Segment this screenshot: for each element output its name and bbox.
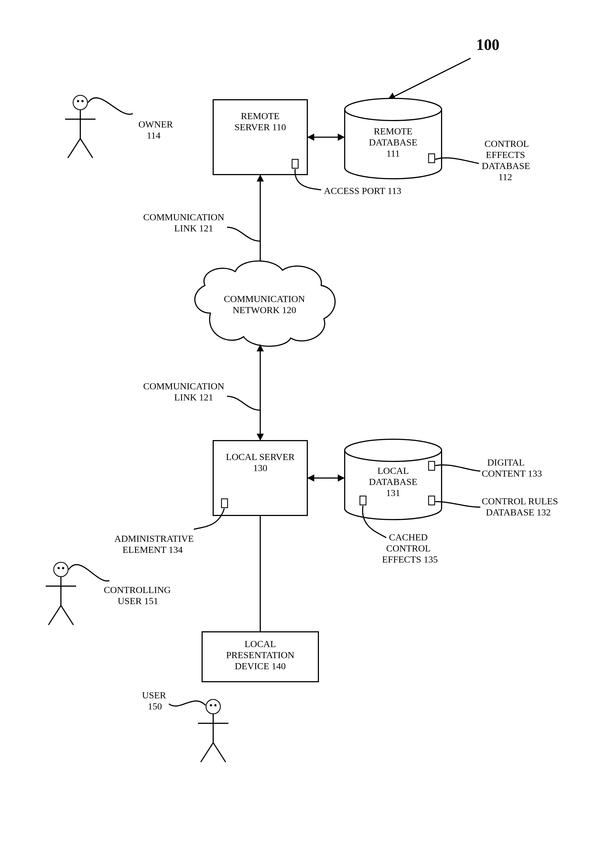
svg-text:LINK 121: LINK 121 xyxy=(174,392,213,402)
svg-point-79 xyxy=(206,699,220,714)
svg-line-72 xyxy=(61,606,73,625)
comm-link-lower-label: COMMUNICATION LINK 121 xyxy=(143,381,260,410)
control-effects-db-marker xyxy=(428,154,435,163)
digital-content-label: DIGITAL CONTENT 133 xyxy=(435,457,542,478)
local-database: LOCAL DATABASE 131 xyxy=(345,439,441,519)
digital-content-marker xyxy=(428,461,435,470)
svg-point-81 xyxy=(214,704,217,706)
svg-text:DATABASE: DATABASE xyxy=(369,477,418,487)
svg-text:CONTROLLING: CONTROLLING xyxy=(104,585,171,595)
svg-line-71 xyxy=(48,606,61,625)
svg-text:EFFECTS 135: EFFECTS 135 xyxy=(382,554,438,565)
svg-text:ELEMENT 134: ELEMENT 134 xyxy=(122,544,183,555)
svg-line-84 xyxy=(201,743,213,762)
svg-text:114: 114 xyxy=(147,130,161,140)
svg-text:130: 130 xyxy=(253,463,267,473)
svg-text:ACCESS PORT 113: ACCESS PORT 113 xyxy=(324,186,402,196)
svg-text:LOCAL: LOCAL xyxy=(245,639,276,649)
svg-text:DATABASE 132: DATABASE 132 xyxy=(486,507,551,517)
comm-link-upper-label: COMMUNICATION LINK 121 xyxy=(143,212,260,241)
svg-point-50 xyxy=(345,439,441,461)
svg-text:COMMUNICATION: COMMUNICATION xyxy=(143,212,224,222)
svg-marker-15 xyxy=(307,134,314,141)
svg-text:CONTENT 133: CONTENT 133 xyxy=(482,468,542,478)
svg-text:COMMUNICATION: COMMUNICATION xyxy=(143,381,224,391)
svg-line-22 xyxy=(68,138,80,158)
svg-point-19 xyxy=(81,100,84,102)
controlling-user-leader xyxy=(69,565,109,581)
svg-text:USER 151: USER 151 xyxy=(118,596,158,606)
svg-marker-40 xyxy=(257,434,264,441)
access-port-marker xyxy=(292,159,298,168)
svg-text:LINK 121: LINK 121 xyxy=(174,223,213,233)
svg-point-80 xyxy=(210,704,212,706)
svg-text:PRESENTATION: PRESENTATION xyxy=(226,650,295,660)
svg-text:REMOTE: REMOTE xyxy=(241,111,280,121)
cached-effects-marker xyxy=(360,496,366,505)
local-presentation-device: LOCAL PRESENTATION DEVICE 140 xyxy=(202,632,318,682)
svg-line-85 xyxy=(213,743,226,762)
svg-text:DEVICE 140: DEVICE 140 xyxy=(235,661,286,671)
control-effects-db-label: CONTROL EFFECTS DATABASE 112 xyxy=(435,138,530,182)
svg-text:DATABASE: DATABASE xyxy=(482,161,530,171)
svg-line-23 xyxy=(80,138,93,158)
svg-text:112: 112 xyxy=(498,172,512,182)
svg-text:EFFECTS: EFFECTS xyxy=(486,150,525,160)
figure-reference: 100 xyxy=(387,36,499,100)
svg-text:REMOTE: REMOTE xyxy=(374,126,412,136)
svg-text:150: 150 xyxy=(148,701,162,711)
user-leader xyxy=(169,701,205,706)
owner-figure xyxy=(65,95,95,158)
svg-marker-16 xyxy=(338,134,345,141)
svg-text:COMMUNICATION: COMMUNICATION xyxy=(224,294,305,304)
control-rules-db-label: CONTROL RULES DATABASE 132 xyxy=(435,496,558,517)
svg-point-18 xyxy=(77,100,79,102)
svg-point-17 xyxy=(73,95,88,110)
owner-leader xyxy=(88,98,133,114)
svg-text:131: 131 xyxy=(386,488,400,498)
svg-text:LOCAL SERVER: LOCAL SERVER xyxy=(226,452,295,462)
owner-label: OWNER 114 xyxy=(138,119,173,140)
remote-database: REMOTE DATABASE 111 xyxy=(345,99,441,179)
user-figure xyxy=(198,699,229,762)
svg-text:CACHED: CACHED xyxy=(389,532,428,542)
svg-text:SERVER 110: SERVER 110 xyxy=(235,122,286,132)
svg-text:100: 100 xyxy=(476,36,499,53)
svg-marker-56 xyxy=(338,474,345,482)
svg-text:OWNER: OWNER xyxy=(138,119,173,129)
svg-point-68 xyxy=(62,567,64,569)
admin-element-label: ADMINISTRATIVE ELEMENT 134 xyxy=(114,509,224,555)
svg-text:ADMINISTRATIVE: ADMINISTRATIVE xyxy=(114,534,194,544)
svg-text:DIGITAL: DIGITAL xyxy=(487,457,525,468)
arrow-server-cloud xyxy=(257,175,264,272)
communication-network-cloud: COMMUNICATION NETWORK 120 xyxy=(195,261,335,346)
svg-point-10 xyxy=(345,99,441,121)
svg-text:CONTROL: CONTROL xyxy=(386,543,431,553)
svg-line-1 xyxy=(387,58,471,100)
svg-point-66 xyxy=(54,562,68,577)
remote-server: REMOTE SERVER 110 xyxy=(213,100,307,175)
svg-text:DATABASE: DATABASE xyxy=(369,137,418,147)
arrow-cloud-local xyxy=(257,344,264,441)
svg-point-67 xyxy=(57,567,60,569)
user-label: USER 150 xyxy=(142,690,166,711)
svg-text:LOCAL: LOCAL xyxy=(377,466,409,476)
controlling-user-figure xyxy=(46,562,76,625)
arrow-remote-server-db xyxy=(307,134,345,141)
svg-text:CONTROL RULES: CONTROL RULES xyxy=(482,496,558,506)
arrow-local-server-db xyxy=(307,474,345,482)
local-server: LOCAL SERVER 130 xyxy=(213,441,307,515)
control-rules-marker xyxy=(428,496,435,505)
svg-text:NETWORK 120: NETWORK 120 xyxy=(233,305,296,315)
controlling-user-label: CONTROLLING USER 151 xyxy=(104,585,171,606)
svg-text:111: 111 xyxy=(386,148,400,159)
svg-marker-55 xyxy=(307,474,314,482)
svg-marker-32 xyxy=(257,175,264,181)
svg-text:CONTROL: CONTROL xyxy=(484,138,529,149)
admin-element-marker xyxy=(221,499,227,508)
svg-text:USER: USER xyxy=(142,690,166,700)
